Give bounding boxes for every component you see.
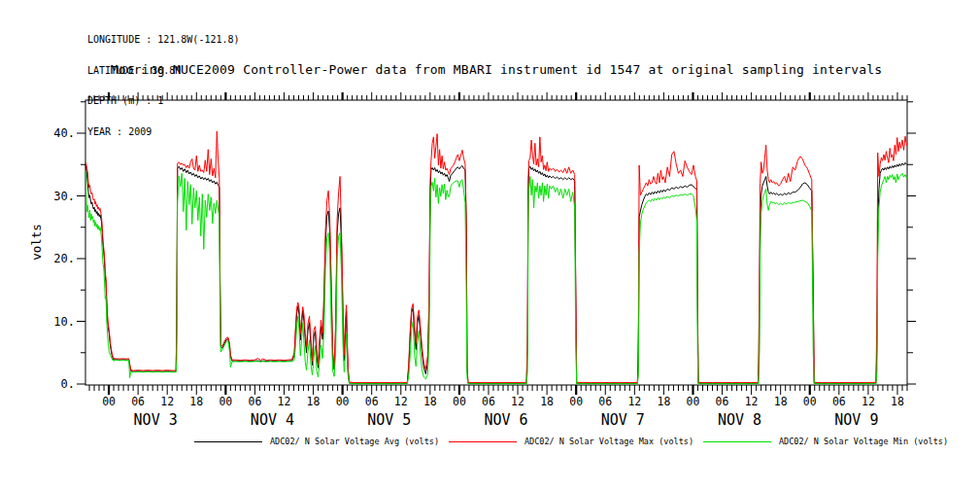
x-axis-hour-label: 18 xyxy=(540,395,554,408)
y-axis-tick-label: 10. xyxy=(53,315,75,329)
x-axis-hour-label: 00 xyxy=(453,395,466,408)
x-axis-day-label: NOV 6 xyxy=(484,411,527,429)
x-axis-hour-label: 18 xyxy=(657,395,670,408)
series-max-line xyxy=(85,131,907,383)
x-axis-day-label: NOV 3 xyxy=(134,411,178,429)
x-axis-hour-label: 00 xyxy=(687,395,700,408)
x-axis-hour-label: 06 xyxy=(482,395,495,408)
x-axis-hour-label: 06 xyxy=(716,395,729,408)
x-axis-hour-label: 06 xyxy=(248,395,261,408)
series-min-line xyxy=(85,171,907,384)
y-axis-tick-label: 40. xyxy=(53,126,75,140)
max-line-swatch xyxy=(449,441,517,442)
x-axis-hour-label: 18 xyxy=(423,395,437,408)
x-axis-hour-label: 18 xyxy=(189,395,203,408)
x-axis-hour-label: 12 xyxy=(627,395,641,408)
x-axis-day-label: NOV 9 xyxy=(834,411,878,429)
x-axis-hour-label: 06 xyxy=(832,395,846,408)
x-axis-hour-label: 00 xyxy=(336,395,350,408)
x-axis-hour-label: 00 xyxy=(569,395,583,408)
x-axis-hour-label: 12 xyxy=(862,395,875,408)
y-axis-title: volts xyxy=(29,224,44,261)
legend-item-avg: ADC02/ N Solar Voltage Avg (volts) xyxy=(194,437,439,446)
legend-item-min: ADC02/ N Solar Voltage Min (volts) xyxy=(703,437,948,446)
chart-legend: ADC02/ N Solar Voltage Avg (volts) ADC02… xyxy=(194,437,948,446)
legend-item-max: ADC02/ N Solar Voltage Max (volts) xyxy=(449,437,693,446)
x-axis-day-label: NOV 4 xyxy=(251,411,294,429)
x-axis-hour-label: 06 xyxy=(131,395,145,408)
x-axis-day-label: NOV 7 xyxy=(601,411,645,429)
x-axis-hour-label: 06 xyxy=(365,395,379,408)
x-axis-hour-label: 00 xyxy=(219,395,232,408)
y-axis-tick-label: 0. xyxy=(61,377,75,391)
x-axis-hour-label: 12 xyxy=(511,395,524,408)
legend-label-min: ADC02/ N Solar Voltage Min (volts) xyxy=(779,437,948,446)
x-axis-hour-label: 18 xyxy=(891,395,904,408)
plot-window: LONGITUDE : 121.8W(-121.8) LATITUDE : 36… xyxy=(0,0,980,490)
x-axis-hour-label: 12 xyxy=(160,395,174,408)
avg-line-swatch xyxy=(194,441,262,442)
x-axis-hour-label: 12 xyxy=(278,395,291,408)
x-axis-hour-label: 12 xyxy=(394,395,408,408)
legend-label-max: ADC02/ N Solar Voltage Max (volts) xyxy=(524,437,693,446)
min-line-swatch xyxy=(703,441,771,442)
x-axis-hour-label: 18 xyxy=(774,395,788,408)
y-axis-tick-label: 30. xyxy=(53,190,75,203)
y-axis-tick-label: 20. xyxy=(53,252,75,265)
x-axis-hour-label: 00 xyxy=(803,395,817,408)
plot-frame xyxy=(85,100,907,385)
x-axis-hour-label: 18 xyxy=(307,395,321,408)
x-axis-hour-label: 00 xyxy=(102,395,116,408)
legend-label-avg: ADC02/ N Solar Voltage Avg (volts) xyxy=(270,437,439,446)
x-axis-hour-label: 06 xyxy=(598,395,612,408)
voltage-time-series-chart: 0006121800061218000612180006121800061218… xyxy=(0,0,980,490)
x-axis-hour-label: 12 xyxy=(745,395,759,408)
x-axis-day-label: NOV 5 xyxy=(367,411,411,429)
x-axis-day-label: NOV 8 xyxy=(718,411,761,429)
